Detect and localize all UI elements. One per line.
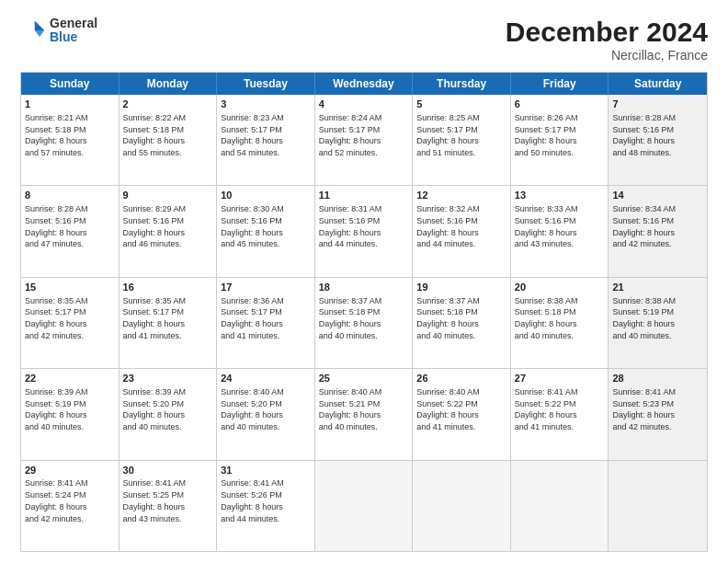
title-block: December 2024 Nercillac, France bbox=[506, 17, 708, 63]
cell-26: 26Sunrise: 8:40 AMSunset: 5:22 PMDayligh… bbox=[413, 369, 511, 459]
cell-10: 10Sunrise: 8:30 AMSunset: 5:16 PMDayligh… bbox=[217, 186, 315, 276]
cell-empty-2 bbox=[413, 461, 511, 551]
day-num-16: 16 bbox=[123, 281, 213, 294]
day-num-9: 9 bbox=[123, 189, 213, 202]
day-num-21: 21 bbox=[612, 281, 703, 294]
cell-28: 28Sunrise: 8:41 AMSunset: 5:23 PMDayligh… bbox=[609, 369, 707, 459]
day-num-14: 14 bbox=[612, 189, 703, 202]
header-saturday: Saturday bbox=[609, 73, 707, 95]
header-friday: Friday bbox=[511, 73, 609, 95]
day-num-30: 30 bbox=[123, 464, 213, 477]
cell-30: 30Sunrise: 8:41 AMSunset: 5:25 PMDayligh… bbox=[119, 461, 218, 551]
week-2: 8Sunrise: 8:28 AMSunset: 5:16 PMDaylight… bbox=[21, 186, 707, 277]
day-num-27: 27 bbox=[515, 372, 605, 385]
day-num-11: 11 bbox=[319, 189, 409, 202]
cell-14: 14Sunrise: 8:34 AMSunset: 5:16 PMDayligh… bbox=[609, 186, 707, 276]
cell-9: 9Sunrise: 8:29 AMSunset: 5:16 PMDaylight… bbox=[119, 186, 218, 276]
logo-blue-text: Blue bbox=[50, 30, 97, 44]
cell-7: 7Sunrise: 8:28 AMSunset: 5:16 PMDaylight… bbox=[609, 95, 707, 185]
svg-marker-0 bbox=[35, 21, 45, 31]
cell-23: 23Sunrise: 8:39 AMSunset: 5:20 PMDayligh… bbox=[119, 369, 218, 459]
day-num-20: 20 bbox=[515, 281, 605, 294]
header-monday: Monday bbox=[119, 73, 218, 95]
day-num-13: 13 bbox=[515, 189, 605, 202]
cell-5: 5Sunrise: 8:25 AMSunset: 5:17 PMDaylight… bbox=[413, 95, 511, 185]
cell-29: 29Sunrise: 8:41 AMSunset: 5:24 PMDayligh… bbox=[21, 461, 119, 551]
day-num-12: 12 bbox=[416, 189, 506, 202]
cell-24: 24Sunrise: 8:40 AMSunset: 5:20 PMDayligh… bbox=[217, 369, 315, 459]
cell-2: 2Sunrise: 8:22 AMSunset: 5:18 PMDaylight… bbox=[119, 95, 218, 185]
cell-8: 8Sunrise: 8:28 AMSunset: 5:16 PMDaylight… bbox=[21, 186, 119, 276]
day-num-1: 1 bbox=[25, 98, 115, 111]
logo-icon bbox=[20, 17, 46, 43]
day-num-26: 26 bbox=[416, 372, 506, 385]
day-num-6: 6 bbox=[515, 98, 605, 111]
day-num-19: 19 bbox=[416, 281, 506, 294]
day-num-28: 28 bbox=[612, 372, 703, 385]
cell-22: 22Sunrise: 8:39 AMSunset: 5:19 PMDayligh… bbox=[21, 369, 119, 459]
cell-13: 13Sunrise: 8:33 AMSunset: 5:16 PMDayligh… bbox=[511, 186, 609, 276]
day-num-22: 22 bbox=[25, 372, 115, 385]
day-num-5: 5 bbox=[416, 98, 506, 111]
cell-15: 15Sunrise: 8:35 AMSunset: 5:17 PMDayligh… bbox=[21, 278, 119, 368]
cell-4: 4Sunrise: 8:24 AMSunset: 5:17 PMDaylight… bbox=[315, 95, 414, 185]
cell-1: 1Sunrise: 8:21 AMSunset: 5:18 PMDaylight… bbox=[21, 95, 119, 185]
cell-20: 20Sunrise: 8:38 AMSunset: 5:18 PMDayligh… bbox=[511, 278, 609, 368]
cell-11: 11Sunrise: 8:31 AMSunset: 5:16 PMDayligh… bbox=[315, 186, 414, 276]
week-5: 29Sunrise: 8:41 AMSunset: 5:24 PMDayligh… bbox=[21, 461, 707, 551]
cell-31: 31Sunrise: 8:41 AMSunset: 5:26 PMDayligh… bbox=[217, 461, 315, 551]
cell-18: 18Sunrise: 8:37 AMSunset: 5:18 PMDayligh… bbox=[315, 278, 414, 368]
page: General Blue December 2024 Nercillac, Fr… bbox=[0, 0, 728, 563]
cell-empty-3 bbox=[511, 461, 609, 551]
day-num-25: 25 bbox=[319, 372, 409, 385]
day-num-31: 31 bbox=[221, 464, 311, 477]
week-4: 22Sunrise: 8:39 AMSunset: 5:19 PMDayligh… bbox=[21, 369, 707, 460]
svg-marker-1 bbox=[35, 30, 45, 37]
header-thursday: Thursday bbox=[413, 73, 511, 95]
cell-16: 16Sunrise: 8:35 AMSunset: 5:17 PMDayligh… bbox=[119, 278, 218, 368]
day-num-17: 17 bbox=[221, 281, 311, 294]
cell-12: 12Sunrise: 8:32 AMSunset: 5:16 PMDayligh… bbox=[413, 186, 511, 276]
calendar-subtitle: Nercillac, France bbox=[506, 48, 708, 63]
calendar: Sunday Monday Tuesday Wednesday Thursday… bbox=[20, 72, 708, 552]
cell-3: 3Sunrise: 8:23 AMSunset: 5:17 PMDaylight… bbox=[217, 95, 315, 185]
day-num-15: 15 bbox=[25, 281, 115, 294]
week-1: 1Sunrise: 8:21 AMSunset: 5:18 PMDaylight… bbox=[21, 95, 707, 186]
cell-6: 6Sunrise: 8:26 AMSunset: 5:17 PMDaylight… bbox=[511, 95, 609, 185]
day-num-4: 4 bbox=[319, 98, 409, 111]
day-num-24: 24 bbox=[221, 372, 311, 385]
week-3: 15Sunrise: 8:35 AMSunset: 5:17 PMDayligh… bbox=[21, 278, 707, 369]
day-num-23: 23 bbox=[123, 372, 213, 385]
header-tuesday: Tuesday bbox=[217, 73, 315, 95]
logo: General Blue bbox=[20, 17, 97, 45]
cell-21: 21Sunrise: 8:38 AMSunset: 5:19 PMDayligh… bbox=[609, 278, 707, 368]
calendar-body: 1Sunrise: 8:21 AMSunset: 5:18 PMDaylight… bbox=[21, 95, 707, 551]
calendar-header-row: Sunday Monday Tuesday Wednesday Thursday… bbox=[21, 73, 707, 95]
logo-text: General Blue bbox=[50, 17, 97, 45]
calendar-title: December 2024 bbox=[506, 17, 708, 48]
day-num-3: 3 bbox=[221, 98, 311, 111]
cell-17: 17Sunrise: 8:36 AMSunset: 5:17 PMDayligh… bbox=[217, 278, 315, 368]
day-num-8: 8 bbox=[25, 189, 115, 202]
cell-25: 25Sunrise: 8:40 AMSunset: 5:21 PMDayligh… bbox=[315, 369, 414, 459]
day-num-7: 7 bbox=[612, 98, 703, 111]
cell-27: 27Sunrise: 8:41 AMSunset: 5:22 PMDayligh… bbox=[511, 369, 609, 459]
header-sunday: Sunday bbox=[21, 73, 119, 95]
header-wednesday: Wednesday bbox=[315, 73, 414, 95]
day-num-2: 2 bbox=[123, 98, 213, 111]
header: General Blue December 2024 Nercillac, Fr… bbox=[20, 17, 708, 63]
day-num-18: 18 bbox=[319, 281, 409, 294]
cell-19: 19Sunrise: 8:37 AMSunset: 5:18 PMDayligh… bbox=[413, 278, 511, 368]
cell-empty-4 bbox=[609, 461, 707, 551]
day-num-29: 29 bbox=[25, 464, 115, 477]
cell-empty-1 bbox=[315, 461, 414, 551]
logo-general-text: General bbox=[50, 17, 97, 30]
day-num-10: 10 bbox=[221, 189, 311, 202]
